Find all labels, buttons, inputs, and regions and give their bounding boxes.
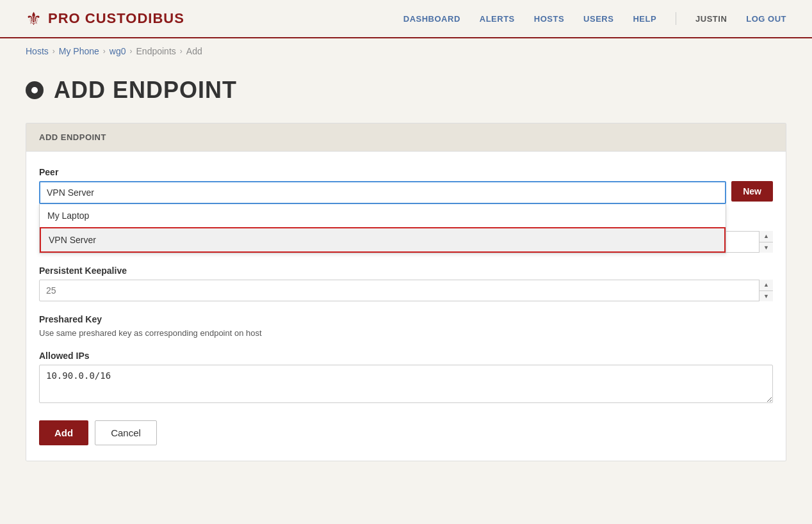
- logo-text: PRO CUSTODIBUS: [48, 10, 184, 27]
- preshared-key-label: Preshared Key: [39, 314, 773, 324]
- breadcrumb-sep-1: ›: [53, 47, 55, 56]
- form-card-header: ADD ENDPOINT: [26, 123, 786, 152]
- header: ⚜ PRO CUSTODIBUS DASHBOARD ALERTS HOSTS …: [0, 0, 812, 38]
- breadcrumb-wg0[interactable]: wg0: [110, 46, 126, 56]
- peer-input-wrapper: My Laptop VPN Server: [39, 181, 726, 204]
- peer-row: My Laptop VPN Server New: [39, 181, 773, 204]
- allowed-ips-group: Allowed IPs 10.90.0.0/16: [39, 351, 773, 405]
- keepalive-spinner-down[interactable]: ▼: [759, 291, 773, 302]
- nav-logout[interactable]: LOG OUT: [746, 14, 786, 24]
- page-title-area: ADD ENDPOINT: [0, 64, 812, 123]
- breadcrumb-sep-4: ›: [180, 47, 183, 56]
- allowed-ips-label: Allowed IPs: [39, 351, 773, 361]
- breadcrumb-hosts[interactable]: Hosts: [26, 46, 49, 56]
- page-title-icon: [26, 81, 44, 99]
- logo: ⚜ PRO CUSTODIBUS: [26, 8, 184, 29]
- form-card: ADD ENDPOINT Peer My Laptop VPN Server N…: [26, 123, 786, 461]
- nav-username: JUSTIN: [695, 14, 727, 24]
- preshared-key-sub: Use same preshared key as corresponding …: [39, 328, 773, 338]
- breadcrumb-sep-2: ›: [103, 47, 106, 56]
- page-title: ADD ENDPOINT: [54, 77, 237, 104]
- dropdown-item-mylaptop[interactable]: My Laptop: [40, 204, 726, 227]
- nav-alerts[interactable]: ALERTS: [480, 14, 515, 24]
- nav-help[interactable]: HELP: [633, 14, 656, 24]
- port-spinners: ▲ ▼: [759, 231, 773, 253]
- port-spinner-up[interactable]: ▲: [759, 231, 773, 242]
- nav-hosts[interactable]: HOSTS: [534, 14, 564, 24]
- cancel-button[interactable]: Cancel: [95, 420, 157, 445]
- add-button[interactable]: Add: [39, 420, 88, 445]
- logo-icon: ⚜: [26, 8, 42, 29]
- nav-users[interactable]: USERS: [583, 14, 613, 24]
- peer-group: Peer My Laptop VPN Server New: [39, 167, 773, 204]
- breadcrumb-sep-3: ›: [130, 47, 133, 56]
- peer-input[interactable]: [39, 181, 726, 204]
- nav-separator: [676, 12, 676, 25]
- allowed-ips-textarea[interactable]: 10.90.0.0/16: [39, 365, 773, 403]
- form-body: Peer My Laptop VPN Server New Port: [26, 152, 786, 461]
- keepalive-input-wrapper: ▲ ▼: [39, 280, 773, 301]
- new-peer-button[interactable]: New: [731, 181, 773, 202]
- nav-dashboard[interactable]: DASHBOARD: [403, 14, 460, 24]
- breadcrumb-add: Add: [186, 46, 202, 56]
- keepalive-spinner-up[interactable]: ▲: [759, 280, 773, 291]
- breadcrumb-myphone[interactable]: My Phone: [59, 46, 99, 56]
- form-actions: Add Cancel: [39, 420, 773, 445]
- keepalive-input[interactable]: [39, 280, 773, 301]
- breadcrumb: Hosts › My Phone › wg0 › Endpoints › Add: [0, 38, 812, 64]
- main-nav: DASHBOARD ALERTS HOSTS USERS HELP JUSTIN…: [403, 12, 786, 25]
- keepalive-spinners: ▲ ▼: [759, 280, 773, 301]
- peer-dropdown: My Laptop VPN Server: [39, 204, 726, 253]
- peer-label: Peer: [39, 167, 773, 177]
- keepalive-group: Persistent Keepalive ▲ ▼: [39, 266, 773, 301]
- keepalive-label: Persistent Keepalive: [39, 266, 773, 276]
- breadcrumb-endpoints: Endpoints: [136, 46, 176, 56]
- dropdown-item-vpnserver[interactable]: VPN Server: [40, 227, 726, 253]
- preshared-key-group: Preshared Key Use same preshared key as …: [39, 314, 773, 338]
- port-spinner-down[interactable]: ▼: [759, 242, 773, 253]
